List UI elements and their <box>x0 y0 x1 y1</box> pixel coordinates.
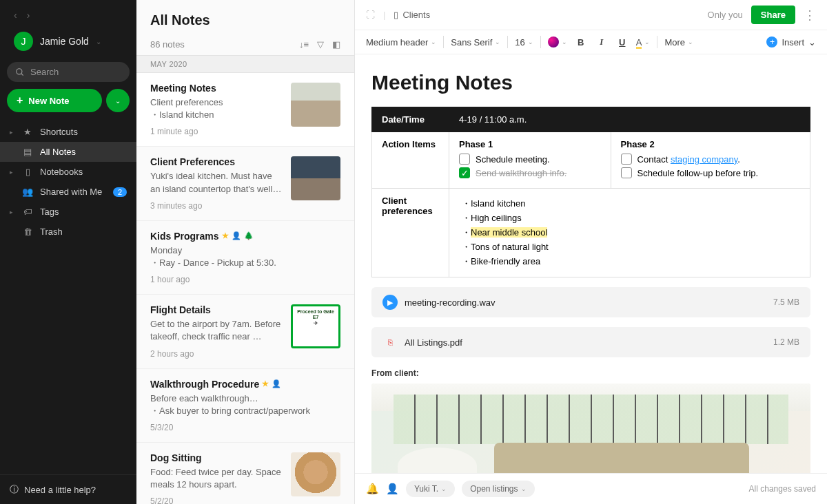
new-note-button[interactable]: + New Note <box>7 89 102 112</box>
highlight-dropdown[interactable]: A⌄ <box>636 37 651 48</box>
more-options-icon[interactable]: ⋮ <box>804 8 816 23</box>
note-list-item[interactable]: Walkthrough Procedure ★👤 Before each wal… <box>136 369 354 443</box>
text-color-picker[interactable]: ⌄ <box>548 36 567 48</box>
heading-dropdown[interactable]: Medium header⌄ <box>366 37 436 48</box>
expand-icon[interactable]: ⛶ <box>366 10 375 20</box>
checkbox[interactable] <box>459 154 470 165</box>
sidebar-item-shared-with-me[interactable]: 👥 Shared with Me 2 <box>0 182 136 202</box>
table-cell[interactable]: 4-19 / 11:00 a.m. <box>449 107 810 132</box>
sidebar-item-trash[interactable]: 🗑 Trash <box>0 222 136 242</box>
note-list-item[interactable]: Meeting Notes Client preferences・Island … <box>136 73 354 147</box>
add-reminder-icon[interactable]: 🔔 <box>366 483 379 495</box>
search-input[interactable]: Search <box>7 62 130 82</box>
notebook-icon: ▯ <box>394 10 398 20</box>
note-list-item[interactable]: Kids Programs ★👤🌲 Monday・Ray - Dance - P… <box>136 221 354 295</box>
bullet-text: Near middle school <box>471 227 547 238</box>
new-note-dropdown[interactable]: ⌄ <box>106 89 130 112</box>
note-list: All Notes 86 notes ↓≡ ▽ ◧ MAY 2020 Meeti… <box>136 0 355 504</box>
sidebar-item-shortcuts[interactable]: ▸ ★ Shortcuts <box>0 122 136 142</box>
sort-icon[interactable]: ↓≡ <box>299 39 309 50</box>
sidebar-item-all-notes[interactable]: ▤ All Notes <box>0 142 136 162</box>
svg-point-0 <box>17 68 22 74</box>
note-preview: Food: Feed twice per day. Space meals 12… <box>150 466 283 491</box>
more-format-dropdown[interactable]: More⌄ <box>664 37 693 48</box>
attachment[interactable]: ▶ meeting-recording.wav 7.5 MB <box>371 287 810 317</box>
chevron-down-icon: ⌄ <box>115 97 121 105</box>
checkbox[interactable] <box>621 167 632 178</box>
bullet-item[interactable]: ・High ceilings <box>459 212 800 224</box>
checklist-item[interactable]: Schedule meeting. <box>459 154 601 165</box>
tag-icon: 🏷 <box>22 207 33 217</box>
link[interactable]: staging company <box>671 154 737 165</box>
help-icon: ⓘ <box>10 483 19 496</box>
bullet-item[interactable]: ・Near middle school <box>459 227 800 239</box>
editor: ⛶ | ▯ Clients Only you Share ⋮ Medium he… <box>355 0 827 504</box>
attachment-name: All Listings.pdf <box>405 337 462 348</box>
topic-tag-label: Open listings <box>470 484 518 494</box>
note-list-item[interactable]: Client Preferences Yuki's ideal kitchen.… <box>136 147 354 220</box>
sidebar-item-notebooks[interactable]: ▸ ▯ Notebooks <box>0 162 136 182</box>
table-cell[interactable]: Phase 2 Contact staging company. Schedul… <box>611 132 810 189</box>
note-title: Flight Details <box>150 304 283 315</box>
nav-back-icon[interactable]: ‹ <box>14 10 17 21</box>
nav-forward-icon[interactable]: › <box>27 10 30 21</box>
bullet-text: High ceilings <box>471 213 522 223</box>
note-timestamp: 1 minute ago <box>150 127 283 136</box>
bullet-item[interactable]: ・Tons of natural light <box>459 241 800 253</box>
date-group-header: MAY 2020 <box>136 55 354 73</box>
username-label: Jamie Gold <box>40 36 89 47</box>
bullet-item[interactable]: ・Bike-friendly area <box>459 255 800 268</box>
person-tag[interactable]: Yuki T.⌄ <box>406 481 455 497</box>
checklist-item[interactable]: ✓ Send walkthrough info. <box>459 167 601 178</box>
sidebar: ‹ › J Jamie Gold ⌄ Search + New Note ⌄ ▸… <box>0 0 136 504</box>
table-cell[interactable]: Action Items <box>372 132 449 189</box>
attachment[interactable]: ⎘ All Listings.pdf 1.2 MB <box>371 327 810 357</box>
font-dropdown[interactable]: Sans Serif⌄ <box>451 37 500 48</box>
notebook-label: Clients <box>402 10 430 20</box>
share-button[interactable]: Share <box>751 6 795 24</box>
filter-icon[interactable]: ▽ <box>317 39 324 50</box>
format-toolbar: Medium header⌄ Sans Serif⌄ 16⌄ ⌄ B I U A… <box>355 30 827 54</box>
notebook-picker[interactable]: ▯ Clients <box>394 10 430 20</box>
table-cell[interactable]: Date/Time <box>372 107 449 132</box>
chevron-down-icon: ⌄ <box>808 37 816 48</box>
underline-button[interactable]: U <box>615 37 629 48</box>
note-preview: Get to the airport by 7am. Before takeof… <box>150 318 283 343</box>
bullet-item[interactable]: ・Island kitchen <box>459 198 800 210</box>
bold-button[interactable]: B <box>574 37 588 48</box>
sidebar-item-tags[interactable]: ▸ 🏷 Tags <box>0 202 136 222</box>
checkbox[interactable] <box>621 154 632 165</box>
italic-button[interactable]: I <box>595 36 609 48</box>
phase-label: Phase 1 <box>459 139 601 149</box>
editor-body[interactable]: Meeting Notes Date/Time 4-19 / 11:00 a.m… <box>355 54 827 473</box>
meeting-table: Date/Time 4-19 / 11:00 a.m. Action Items… <box>371 107 810 277</box>
note-list-item[interactable]: Dog Sitting Food: Feed twice per day. Sp… <box>136 443 354 504</box>
checklist-item[interactable]: Contact staging company. <box>621 154 800 165</box>
size-dropdown[interactable]: 16⌄ <box>515 37 533 48</box>
note-timestamp: 5/3/20 <box>150 423 340 432</box>
checkbox[interactable]: ✓ <box>459 167 470 178</box>
table-cell[interactable]: Client preferences <box>372 189 449 277</box>
insert-button[interactable]: + Insert ⌄ <box>766 36 816 48</box>
note-timestamp: 3 minutes ago <box>150 201 283 211</box>
more-label: More <box>664 37 685 48</box>
table-cell[interactable]: Phase 1 Schedule meeting.✓ Send walkthro… <box>449 132 611 189</box>
note-list-item[interactable]: Flight Details Get to the airport by 7am… <box>136 295 354 368</box>
note-title: Kids Programs ★👤🌲 <box>150 231 340 242</box>
chevron-down-icon: ⌄ <box>688 39 693 45</box>
view-options-icon[interactable]: ◧ <box>332 39 340 50</box>
account-switcher[interactable]: J Jamie Gold ⌄ <box>7 28 130 59</box>
plus-circle-icon: + <box>766 36 777 48</box>
checklist-text: Send walkthrough info. <box>476 168 566 178</box>
phase-label: Phase 2 <box>621 139 800 149</box>
table-cell[interactable]: ・Island kitchen・High ceilings・Near middl… <box>449 189 810 277</box>
note-thumbnail <box>291 156 340 200</box>
checklist-item[interactable]: Schedule follow-up before trip. <box>621 167 800 178</box>
document-title[interactable]: Meeting Notes <box>371 71 810 94</box>
client-image[interactable] <box>371 384 810 473</box>
help-button[interactable]: ⓘ Need a little help? <box>0 474 136 504</box>
add-person-icon[interactable]: 👤 <box>386 483 399 495</box>
chevron-down-icon: ⌄ <box>96 38 101 45</box>
topic-tag[interactable]: Open listings⌄ <box>462 481 534 497</box>
chevron-down-icon: ⌄ <box>441 485 447 492</box>
